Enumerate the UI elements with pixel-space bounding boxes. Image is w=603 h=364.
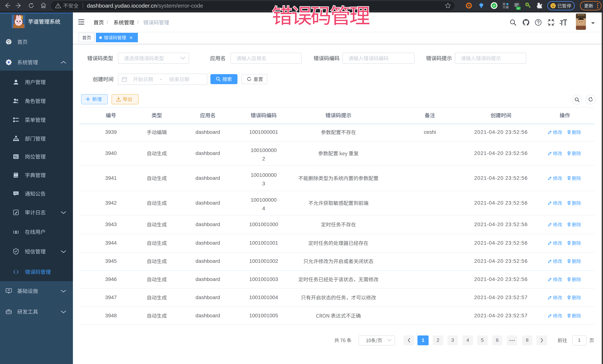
svg-text:on: on (517, 7, 520, 10)
